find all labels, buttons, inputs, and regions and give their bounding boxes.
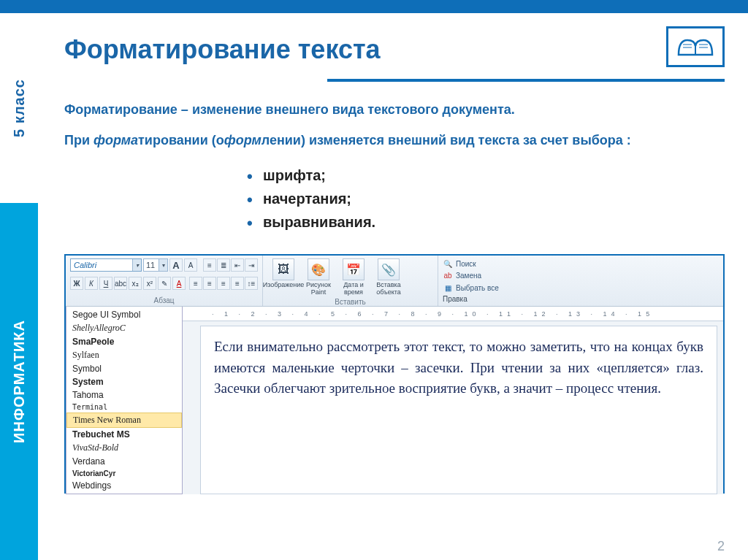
calendar-icon: 📅 — [346, 263, 361, 277]
list-bullets-icon[interactable]: ≡ — [203, 258, 216, 272]
font-option[interactable]: Webdings — [66, 479, 182, 492]
strike-button[interactable]: abc — [114, 277, 127, 290]
bullet-item: шрифта; — [247, 164, 725, 187]
replace-button[interactable]: ab Замена — [443, 271, 719, 281]
find-button[interactable]: 🔍 Поиск — [443, 258, 719, 269]
word-body: Segoe UI SymbolShellyAllegroCSmaPeoleSyl… — [66, 307, 723, 494]
group-label-edit: Правка — [443, 295, 719, 303]
italic-button[interactable]: К — [85, 277, 98, 290]
slide-number: 2 — [717, 539, 725, 554]
grow-font-button[interactable]: A — [169, 258, 183, 272]
align-left-icon[interactable]: ≡ — [189, 277, 202, 290]
t: При — [64, 133, 94, 147]
font-option[interactable]: ShellyAllegroC — [66, 321, 182, 335]
ribbon-insert-group: 🖼 Изображение 🎨 Рисунок Paint 📅 Дата и в… — [263, 256, 438, 306]
font-size-value: 11 — [146, 261, 155, 269]
group-label-insert: Вставить — [267, 298, 433, 306]
intro-paragraph: При форматировании (оформлении) изменяет… — [64, 131, 725, 150]
font-option[interactable]: Tahoma — [66, 388, 182, 402]
insert-paint-button[interactable]: 🎨 Рисунок Paint — [302, 258, 335, 296]
font-dropdown-list[interactable]: Segoe UI SymbolShellyAllegroCSmaPeoleSyl… — [66, 307, 183, 494]
replace-icon: ab — [443, 271, 453, 281]
lbl: Рисунок Paint — [302, 282, 335, 296]
lbl: Выбрать все — [456, 284, 499, 292]
definition-text: Форматирование – изменение внешнего вида… — [64, 102, 725, 118]
font-option[interactable]: VictorianCyr — [66, 468, 182, 479]
word-screenshot: Calibri ▾ 11 ▾ A A ≡ ≣ ⇤ ⇥ — [64, 254, 725, 494]
font-color-button[interactable]: A — [172, 277, 186, 290]
lbl: Дата и время — [337, 282, 370, 296]
select-all-button[interactable]: ▦ Выбрать все — [443, 283, 719, 293]
highlight-button[interactable]: ✎ — [158, 277, 171, 290]
list-numbered-icon[interactable]: ≣ — [217, 258, 230, 272]
t: форм — [224, 133, 262, 147]
subject-label: ИНФОРМАТИКА — [11, 320, 28, 443]
lbl: Вставка объекта — [373, 282, 405, 296]
font-option[interactable]: Segoe UI Symbol — [66, 308, 182, 321]
underline-button[interactable]: Ч — [99, 277, 112, 290]
font-option[interactable]: System — [66, 375, 182, 388]
document-page[interactable]: Если внимательно рассмотреть этот текст,… — [200, 326, 717, 494]
font-option[interactable]: VivaStd-Bold — [66, 441, 182, 455]
font-option[interactable]: Terminal — [66, 402, 182, 413]
search-icon: 🔍 — [443, 258, 453, 269]
shrink-font-button[interactable]: A — [184, 258, 197, 272]
book-decoration — [659, 26, 725, 73]
lbl: Поиск — [456, 260, 476, 268]
image-icon: 🖼 — [278, 263, 289, 276]
class-label: 5 класс — [11, 79, 28, 137]
font-name-combo[interactable]: Calibri ▾ — [70, 258, 142, 272]
font-name-value: Calibri — [74, 261, 96, 269]
content: Форматирование текста Форматирование – и… — [38, 13, 748, 560]
bullet-item: выравнивания. — [247, 210, 725, 234]
superscript-button[interactable]: x² — [143, 277, 156, 290]
insert-image-button[interactable]: 🖼 Изображение — [267, 258, 299, 296]
ribbon-edit-group: 🔍 Поиск ab Замена ▦ Выбрать все Правка — [438, 256, 723, 306]
bold-button[interactable]: Ж — [70, 277, 83, 290]
lbl: Замена — [456, 272, 481, 280]
top-bar — [0, 0, 748, 13]
insert-datetime-button[interactable]: 📅 Дата и время — [337, 258, 370, 296]
indent-icon[interactable]: ⇥ — [245, 258, 258, 272]
outdent-icon[interactable]: ⇤ — [231, 258, 244, 272]
object-icon: 📎 — [381, 263, 396, 277]
subscript-button[interactable]: x₂ — [129, 277, 142, 290]
group-label-paragraph: Абзац — [70, 296, 258, 304]
font-option[interactable]: Symbol — [66, 362, 182, 375]
sidebar: 5 класс ИНФОРМАТИКА — [0, 13, 38, 560]
document-area: · 1 · 2 · 3 · 4 · 5 · 6 · 7 · 8 · 9 · 10… — [183, 307, 723, 494]
page-title: Форматирование текста — [64, 34, 381, 65]
select-all-icon: ▦ — [443, 283, 453, 293]
align-center-icon[interactable]: ≡ — [203, 277, 216, 290]
font-option[interactable]: SmaPeole — [66, 335, 182, 348]
bullet-list: шрифта; начертания; выравнивания. — [247, 164, 725, 234]
chevron-down-icon[interactable]: ▾ — [132, 259, 141, 271]
insert-object-button[interactable]: 📎 Вставка объекта — [373, 258, 405, 296]
font-option[interactable]: Trebuchet MS — [66, 428, 182, 441]
sidebar-class: 5 класс — [0, 13, 38, 203]
sidebar-subject: ИНФОРМАТИКА — [0, 203, 38, 560]
title-underline — [327, 79, 725, 82]
bullet-item: начертания; — [247, 187, 725, 210]
ruler: · 1 · 2 · 3 · 4 · 5 · 6 · 7 · 8 · 9 · 10… — [183, 307, 723, 321]
t: лении) изменяется внешний вид текста за … — [262, 133, 631, 147]
font-size-combo[interactable]: 11 ▾ — [143, 258, 168, 272]
palette-icon: 🎨 — [311, 263, 326, 277]
align-justify-icon[interactable]: ≡ — [231, 277, 244, 290]
t: тировании (о — [138, 133, 224, 147]
font-option[interactable]: Sylfaen — [66, 348, 182, 362]
font-option[interactable]: Verdana — [66, 455, 182, 468]
chevron-down-icon[interactable]: ▾ — [159, 259, 167, 271]
align-right-icon[interactable]: ≡ — [217, 277, 230, 290]
line-spacing-icon[interactable]: ↕≡ — [245, 277, 258, 290]
ribbon-font-group: Calibri ▾ 11 ▾ A A ≡ ≣ ⇤ ⇥ — [66, 256, 263, 306]
t: форма — [94, 133, 138, 147]
font-option[interactable]: Times New Roman — [66, 413, 182, 428]
ribbon: Calibri ▾ 11 ▾ A A ≡ ≣ ⇤ ⇥ — [66, 256, 723, 307]
lbl: Изображение — [263, 282, 305, 289]
